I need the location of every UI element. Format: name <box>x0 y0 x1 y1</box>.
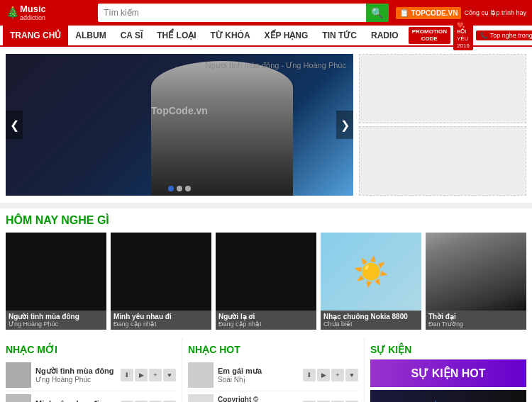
song-card-5[interactable]: Thời đại Đan Trường <box>426 233 526 330</box>
sk-music-banner: ♩ ♪ ♫ <box>370 390 526 402</box>
slider-prev-button[interactable]: ❮ <box>6 111 23 139</box>
song-info-5: Thời đại Đan Trường <box>426 311 526 330</box>
nhac-hot-item-2[interactable]: Copyright © TopCode.vn Ưng Hoàng Phúc ⬇ … <box>188 391 358 402</box>
song-title-2: Minh yêu nhau đi <box>113 313 209 320</box>
slider-container: Người tình mùa đông - Ưng Hoàng Phúc Top… <box>6 54 353 196</box>
song-thumb-5 <box>426 233 526 311</box>
dot-3[interactable] <box>185 186 191 191</box>
nhac-moi-artist-1: Ưng Hoàng Phúc <box>35 376 116 384</box>
song-thumb-1 <box>6 233 106 311</box>
ctrl-hot-heart-1[interactable]: ♥ <box>345 369 358 381</box>
nav-fav[interactable]: ❤️ BỔI YÊU2016 <box>453 21 473 50</box>
music-note-icon-1: ♩ <box>430 398 438 402</box>
su-kien-section: SỰ KIỆN SỰ KIỆN HOT ♩ ♪ ♫ <box>370 338 526 402</box>
hom-nay-title: HÔM NAY NGHE GÌ <box>6 214 526 227</box>
song-info-3: Người lạ ơi Đang cập nhật <box>216 311 316 330</box>
nhac-moi-item-1[interactable]: Người tình mùa đông Ưng Hoàng Phúc ⬇ ▶ +… <box>6 359 176 391</box>
slider-dots <box>168 186 191 191</box>
nav-item-theloai[interactable]: THỂ LOẠI <box>150 25 203 46</box>
banner-ad-1 <box>359 54 526 123</box>
nhac-moi-item-2[interactable]: Minh yêu nhau đi Đang cập nhật ⬇ ▶ + ♥ <box>6 391 176 402</box>
nhac-moi-thumb-1 <box>6 362 31 388</box>
song-artist-3: Đang cập nhật <box>218 320 314 328</box>
song-artist-1: Ưng Hoàng Phúc <box>9 320 104 328</box>
top-nghe-label: Top nghe trong ngày <box>490 32 532 39</box>
topcode-label: TOPCODE.VN <box>411 9 458 17</box>
song-info-1: Người tình mùa đông Ưng Hoàng Phúc <box>6 311 106 330</box>
sk-hot-label: SỰ KIỆN HOT <box>411 367 486 379</box>
nav-item-album[interactable]: ALBUM <box>68 25 113 46</box>
topcode-logo: 📋 TOPCODE.VN <box>396 7 462 19</box>
topcode-text: 📋 <box>399 9 409 17</box>
nhac-hot-section: NHẠC HOT Em gái mưa Soài Nhị ⬇ ▶ + ♥ Cop… <box>188 338 358 402</box>
dot-1[interactable] <box>168 186 174 191</box>
music-note-icon-2: ♪ <box>442 398 450 402</box>
song-artist-5: Đan Trường <box>428 320 523 328</box>
nhac-moi-controls-1: ⬇ ▶ + ♥ <box>121 369 176 381</box>
logo-text: Music <box>20 4 46 14</box>
song-artist-2: Đang cập nhật <box>113 320 209 328</box>
banner-section: Người tình mùa đông - Ưng Hoàng Phúc Top… <box>0 47 532 203</box>
song-card-2[interactable]: Minh yêu nhau đi Đang cập nhật <box>111 233 211 330</box>
dot-2[interactable] <box>177 186 182 191</box>
song-thumb-4: ☀️ <box>321 233 421 311</box>
phone-icon: 📞 <box>480 32 488 39</box>
song-card-3[interactable]: Người lạ ơi Đang cập nhật <box>216 233 316 330</box>
nav-item-tintuc[interactable]: TIN TỨC <box>315 25 364 46</box>
logo-sub: addiction <box>20 14 46 21</box>
nhac-moi-text-2: Minh yêu nhau đi Đang cập nhật <box>35 399 116 403</box>
ctrl-add-1[interactable]: + <box>149 369 162 381</box>
nav-item-xephang[interactable]: XẾP HẠNG <box>257 25 316 46</box>
divider-2 <box>364 338 365 402</box>
nhac-moi-name-2: Minh yêu nhau đi <box>35 399 116 403</box>
nhac-moi-name-1: Người tình mùa đông <box>35 367 116 376</box>
song-thumb-2 <box>111 233 211 311</box>
song-card-1[interactable]: Người tình mùa đông Ưng Hoàng Phúc <box>6 233 106 330</box>
song-artist-4: Chưa biết <box>323 320 419 328</box>
hom-nay-section: HÔM NAY NGHE GÌ Người tình mùa đông Ưng … <box>0 208 532 335</box>
nav-promo[interactable]: PROMOTIONCODE <box>409 27 450 43</box>
slider-person <box>151 61 293 196</box>
song-info-2: Minh yêu nhau đi Đang cập nhật <box>111 311 211 330</box>
nhac-hot-artist-1: Soài Nhị <box>218 376 299 384</box>
ctrl-play-1[interactable]: ▶ <box>135 369 148 381</box>
slider-next-button[interactable]: ❯ <box>336 111 353 139</box>
song-title-4: Nhạc chuông Nokia 8800 <box>323 313 419 320</box>
bottom-row: NHẠC MỚI Người tình mùa đông Ưng Hoàng P… <box>0 335 532 402</box>
logo: Music addiction <box>20 4 46 21</box>
su-kien-title: SỰ KIỆN <box>370 344 526 355</box>
sun-icon: ☀️ <box>353 255 389 289</box>
banner-ad-2 <box>359 126 526 196</box>
nav-bar: TRANG CHỦ ALBUM CA SĨ THỂ LOẠI TỪ KHÓA X… <box>0 26 532 47</box>
search-button[interactable]: 🔍 <box>366 4 389 22</box>
slider-caption: Người tình mùa đông - Ưng Hoàng Phúc <box>205 61 346 70</box>
ctrl-heart-1[interactable]: ♥ <box>163 369 176 381</box>
nav-item-trangchu[interactable]: TRANG CHỦ <box>3 25 68 46</box>
song-title-5: Thời đại <box>428 313 523 320</box>
sk-hot-banner[interactable]: SỰ KIỆN HOT <box>370 359 526 387</box>
xmas-icon: 🎄 <box>6 6 20 19</box>
person-img <box>426 233 526 311</box>
ctrl-download-1[interactable]: ⬇ <box>121 369 133 381</box>
nhac-moi-thumb-2 <box>6 394 31 402</box>
nhac-hot-item-1[interactable]: Em gái mưa Soài Nhị ⬇ ▶ + ♥ <box>188 359 358 391</box>
song-title-3: Người lạ ơi <box>218 313 314 320</box>
songs-grid: Người tình mùa đông Ưng Hoàng Phúc Minh … <box>6 233 526 330</box>
nhac-hot-name-2: Copyright © TopCode.vn <box>218 396 299 403</box>
ctrl-hot-play-1[interactable]: ▶ <box>317 369 330 381</box>
nav-item-radio[interactable]: RADIO <box>364 25 406 46</box>
topcode-sub: Công cụ lập trình hay <box>464 9 526 17</box>
divider-1 <box>182 338 182 402</box>
ctrl-hot-download-1[interactable]: ⬇ <box>303 369 316 381</box>
search-input[interactable] <box>98 4 366 22</box>
top-bar: 🎄 Music addiction 🔍 📋 TOPCODE.VN Công cụ… <box>0 0 532 26</box>
song-card-4[interactable]: ☀️ Nhạc chuông Nokia 8800 Chưa biết <box>321 233 421 330</box>
nhac-moi-section: NHẠC MỚI Người tình mùa đông Ưng Hoàng P… <box>6 338 176 402</box>
nhac-hot-thumb-1 <box>188 362 214 388</box>
nav-item-tukhoa[interactable]: TỪ KHÓA <box>204 25 257 46</box>
nav-top-nghe[interactable]: 📞 Top nghe trong ngày <box>476 30 532 40</box>
banner-right-ads <box>359 54 526 196</box>
nhac-hot-text-2: Copyright © TopCode.vn Ưng Hoàng Phúc <box>218 396 299 403</box>
ctrl-hot-add-1[interactable]: + <box>331 369 344 381</box>
nav-item-casi[interactable]: CA SĨ <box>113 25 150 46</box>
